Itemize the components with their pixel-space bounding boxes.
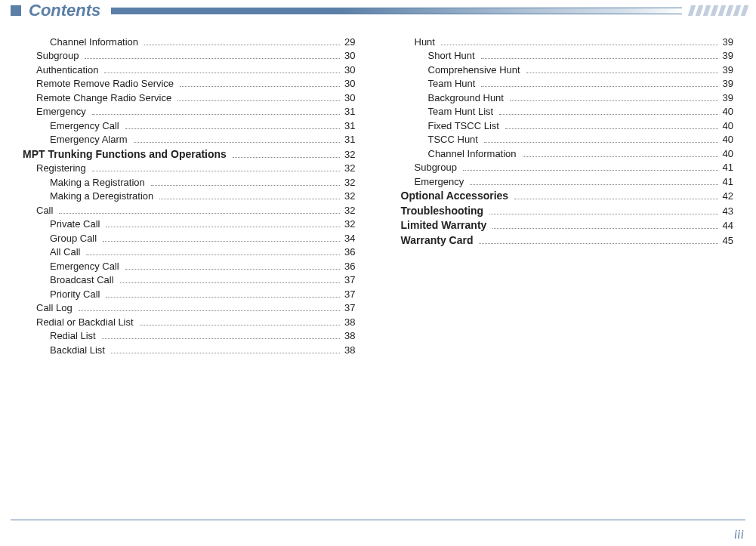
toc-row: Hunt39	[401, 36, 734, 48]
toc-row: Remote Change Radio Service30	[23, 92, 356, 103]
toc-row: Channel Information29	[23, 36, 356, 48]
toc-label: Channel Information	[50, 36, 138, 48]
toc-row: Subgroup30	[23, 50, 356, 61]
toc-row: Emergency31	[23, 106, 356, 117]
toc-label: Group Call	[50, 233, 97, 244]
toc-page: 31	[344, 106, 355, 117]
toc-row: Team Hunt39	[401, 78, 734, 89]
toc-row: Priority Call37	[23, 288, 356, 300]
toc-right-column: Hunt39Short Hunt39Comprehensive Hunt39Te…	[401, 33, 734, 358]
toc-leader	[140, 325, 340, 325]
toc-row: Redial List38	[23, 330, 356, 341]
toc-leader	[499, 114, 717, 115]
toc-page: 41	[723, 176, 733, 187]
toc-page: 39	[723, 50, 733, 61]
toc-leader	[526, 72, 718, 73]
toc-row: Limited Warranty44	[401, 219, 734, 231]
toc-page: 36	[344, 246, 355, 258]
toc-leader	[120, 282, 340, 283]
toc-row: All Call36	[23, 246, 356, 258]
toc-row: Broadcast Call37	[23, 274, 356, 285]
toc-row: Subgroup41	[401, 162, 734, 173]
toc-page: 36	[344, 261, 355, 272]
toc-leader	[510, 100, 718, 101]
toc-leader	[523, 156, 718, 157]
toc-leader	[233, 157, 340, 158]
toc-leader	[111, 353, 340, 353]
toc-page: 40	[723, 134, 733, 145]
toc-page: 43	[723, 205, 733, 217]
page-number: iii	[734, 528, 744, 541]
toc-columns: Channel Information29Subgroup30Authentic…	[0, 33, 756, 358]
toc-row: Authentication30	[23, 64, 356, 76]
toc-leader	[514, 199, 717, 199]
stripe-icon	[696, 5, 704, 16]
toc-page: 42	[723, 190, 733, 202]
toc-page: 39	[723, 78, 733, 89]
toc-row: Remote Remove Radio Service30	[23, 78, 356, 89]
toc-label: Call Log	[36, 302, 73, 313]
toc-label: Team Hunt	[428, 78, 476, 89]
toc-label: Emergency Call	[50, 261, 119, 272]
toc-leader	[470, 184, 717, 185]
toc-row: Call32	[23, 205, 356, 216]
toc-page: 32	[344, 205, 355, 216]
toc-row: Fixed TSCC List40	[401, 120, 734, 131]
stripe-icon	[733, 5, 742, 16]
toc-page: 37	[344, 274, 355, 285]
stripe-icon	[688, 5, 696, 16]
toc-row: Warranty Card45	[401, 234, 734, 246]
toc-page: 31	[344, 120, 355, 131]
toc-page: 30	[344, 78, 355, 89]
toc-label: Redial List	[50, 330, 96, 341]
toc-page: 38	[344, 316, 355, 328]
toc-label: Fixed TSCC List	[428, 120, 499, 131]
toc-label: Remote Remove Radio Service	[36, 78, 174, 89]
toc-leader	[177, 100, 340, 101]
toc-row: Emergency Call36	[23, 261, 356, 272]
toc-leader	[104, 72, 340, 73]
toc-leader	[92, 171, 340, 171]
header-stripes-icon	[690, 5, 747, 16]
toc-page: 30	[344, 92, 355, 103]
header-square-icon	[11, 5, 21, 16]
toc-page: 38	[344, 344, 355, 356]
toc-label: Making a Deregistration	[50, 190, 153, 202]
toc-page: 31	[344, 134, 355, 145]
toc-label: Authentication	[36, 64, 98, 76]
toc-row: Redial or Backdial List38	[23, 316, 356, 328]
toc-label: Backdial List	[50, 344, 105, 356]
toc-row: Team Hunt List40	[401, 106, 734, 117]
toc-leader	[492, 228, 717, 229]
toc-label: Emergency	[415, 176, 464, 187]
toc-leader	[125, 269, 340, 270]
toc-leader	[481, 86, 717, 87]
toc-page: 41	[723, 162, 733, 173]
toc-row: Optional Accessories42	[401, 190, 734, 202]
toc-row: Emergency Call31	[23, 120, 356, 131]
toc-label: Emergency	[36, 106, 86, 117]
toc-leader	[106, 297, 340, 298]
toc-page: 37	[344, 302, 355, 313]
toc-row: MPT Trunking Functions and Operations32	[23, 148, 356, 160]
toc-leader	[489, 214, 717, 214]
toc-label: Emergency Alarm	[50, 134, 128, 145]
toc-page: 38	[344, 330, 355, 341]
toc-leader	[125, 128, 340, 129]
toc-leader	[134, 142, 340, 143]
toc-label: Short Hunt	[428, 50, 475, 61]
toc-leader	[481, 58, 718, 59]
toc-page: 30	[344, 50, 355, 61]
toc-label: Background Hunt	[428, 92, 504, 103]
toc-label: Warranty Card	[401, 234, 474, 246]
toc-page: 34	[344, 233, 355, 244]
toc-page: 40	[723, 120, 733, 131]
toc-left-column: Channel Information29Subgroup30Authentic…	[23, 33, 356, 358]
toc-leader	[144, 45, 340, 45]
toc-row: Comprehensive Hunt39	[401, 64, 734, 76]
toc-page: 45	[723, 235, 733, 246]
header-title: Contents	[29, 1, 100, 20]
toc-label: Making a Registration	[50, 177, 145, 188]
toc-label: Priority Call	[50, 288, 100, 300]
toc-leader	[102, 338, 340, 339]
